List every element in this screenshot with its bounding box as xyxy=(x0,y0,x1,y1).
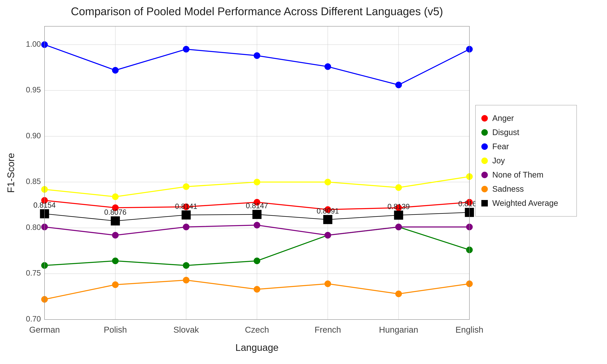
marker-circle xyxy=(112,282,119,288)
marker-circle xyxy=(183,183,189,190)
legend-label: Joy xyxy=(492,156,505,165)
chart-title: Comparison of Pooled Model Performance A… xyxy=(71,5,443,18)
legend-marker-circle xyxy=(481,115,488,121)
legend-label: None of Them xyxy=(492,170,543,179)
y-tick-label: 1.00 xyxy=(26,40,41,48)
marker-circle xyxy=(325,232,331,238)
marker-circle xyxy=(254,222,260,228)
wa-label: 0.8139 xyxy=(387,202,410,211)
x-tick-label: Hungarian xyxy=(379,325,418,335)
wa-label: 0.8147 xyxy=(246,202,268,210)
legend-label: Disgust xyxy=(492,128,519,137)
x-tick-label: English xyxy=(455,325,483,335)
marker-circle xyxy=(325,281,331,287)
marker-circle xyxy=(254,179,260,185)
marker-circle xyxy=(395,82,402,88)
marker-circle xyxy=(325,63,331,70)
x-axis-label: Language xyxy=(235,342,279,353)
marker-circle xyxy=(254,258,260,264)
marker-square xyxy=(252,210,261,219)
legend-label: Weighted Average xyxy=(492,199,558,208)
marker-square xyxy=(394,211,403,220)
legend-label: Anger xyxy=(492,114,514,123)
marker-square xyxy=(111,216,120,225)
marker-circle xyxy=(395,184,402,191)
x-tick-label: German xyxy=(29,325,60,335)
marker-circle xyxy=(183,262,189,269)
chart-svg: 0.700.750.800.850.900.951.00GermanPolish… xyxy=(0,0,607,364)
y-tick-label: 0.90 xyxy=(26,131,41,140)
wa-label: 0.8076 xyxy=(104,208,126,216)
marker-square xyxy=(182,210,191,220)
marker-circle xyxy=(112,258,119,264)
marker-circle xyxy=(325,179,331,185)
marker-circle xyxy=(254,52,260,59)
marker-circle xyxy=(395,291,402,297)
legend-label: Fear xyxy=(492,142,509,151)
marker-square xyxy=(323,215,332,224)
x-tick-label: French xyxy=(315,325,341,335)
marker-circle xyxy=(254,286,260,292)
legend-label: Sadness xyxy=(492,184,524,193)
marker-circle xyxy=(395,224,402,230)
x-tick-label: Czech xyxy=(245,325,269,335)
legend-marker-circle xyxy=(481,157,488,164)
y-tick-label: 0.70 xyxy=(26,315,41,323)
y-tick-label: 0.85 xyxy=(26,177,41,186)
x-tick-label: Slovak xyxy=(173,325,199,335)
marker-circle xyxy=(183,277,189,283)
wa-label: 0.8091 xyxy=(317,207,339,215)
y-tick-label: 0.75 xyxy=(26,269,41,277)
legend-marker-circle xyxy=(481,186,488,192)
y-tick-label: 0.95 xyxy=(26,86,41,94)
y-tick-label: 0.80 xyxy=(26,223,41,232)
marker-circle xyxy=(183,224,189,230)
legend-marker-circle xyxy=(481,129,488,136)
marker-circle xyxy=(112,67,119,74)
chart-container: 0.700.750.800.850.900.951.00GermanPolish… xyxy=(0,0,607,364)
legend-marker-square xyxy=(481,200,488,207)
wa-label: 0.8141 xyxy=(175,202,197,210)
x-tick-label: Polish xyxy=(104,325,127,335)
marker-circle xyxy=(183,46,189,52)
marker-circle xyxy=(112,194,119,200)
legend-marker-circle xyxy=(481,172,488,178)
legend-marker-circle xyxy=(481,143,488,150)
marker-circle xyxy=(112,232,119,238)
y-axis-label: F1-Score xyxy=(5,153,16,193)
